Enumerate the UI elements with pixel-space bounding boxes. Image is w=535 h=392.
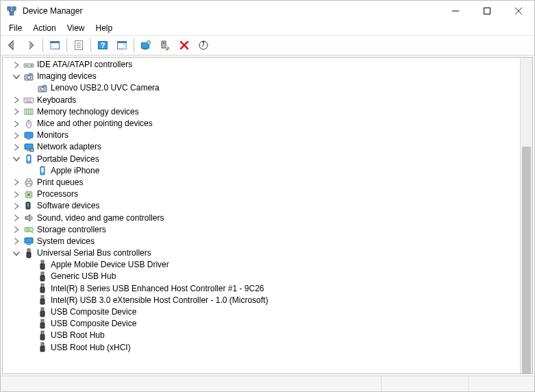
expand-icon[interactable]: [11, 130, 22, 141]
tree-row[interactable]: USB Composite Device: [3, 306, 520, 318]
collapse-icon[interactable]: [11, 71, 22, 82]
tree-label: Portable Devices: [37, 154, 99, 165]
tree-row[interactable]: System devices: [3, 236, 520, 247]
tree-label: Sound, video and game controllers: [37, 212, 164, 224]
network-icon: [23, 142, 34, 153]
usb-icon: [37, 271, 48, 282]
expand-icon[interactable]: [11, 236, 22, 247]
scrollbar-thumb[interactable]: [522, 147, 531, 374]
enable-device-button[interactable]: [156, 36, 174, 54]
tree-row[interactable]: Network adapters: [3, 141, 520, 153]
camera-icon: [23, 71, 34, 82]
tree-label: Monitors: [37, 130, 69, 141]
expand-icon[interactable]: [11, 177, 22, 188]
tree-label: IDE ATA/ATAPI controllers: [37, 59, 132, 71]
memory-icon: [23, 106, 34, 117]
help-button[interactable]: ?: [94, 36, 112, 54]
usb-icon: [37, 307, 48, 318]
collapse-icon[interactable]: [11, 154, 22, 164]
expand-icon[interactable]: [11, 212, 22, 223]
mouse-icon: [23, 119, 34, 130]
storage-icon: [23, 224, 34, 235]
tree-row[interactable]: Print queues: [3, 177, 520, 188]
tree-row[interactable]: Memory technology devices: [3, 106, 520, 118]
tree-row[interactable]: Mice and other pointing devices: [3, 118, 520, 130]
svg-rect-17: [143, 49, 147, 50]
menu-file[interactable]: File: [3, 23, 27, 34]
tree-row[interactable]: IDE ATA/ATAPI controllers: [3, 59, 520, 71]
expand-icon[interactable]: [11, 201, 22, 212]
tree-row[interactable]: Sound, video and game controllers: [3, 212, 520, 223]
tree-row[interactable]: Keyboards: [3, 95, 520, 106]
update-driver-button[interactable]: [137, 36, 155, 54]
twisty-spacer: [25, 165, 36, 176]
tree-row[interactable]: Lenovo USB2.0 UVC Camera: [3, 82, 520, 94]
expand-icon[interactable]: [11, 142, 22, 153]
software-icon: [23, 201, 34, 212]
svg-rect-15: [123, 43, 127, 49]
close-button[interactable]: [503, 1, 534, 21]
tree-row[interactable]: Processors: [3, 188, 520, 200]
tree-row[interactable]: Portable Devices: [3, 154, 520, 165]
expand-icon[interactable]: [11, 224, 22, 235]
usb-icon: [37, 295, 48, 306]
tree-label: Network adapters: [37, 141, 101, 153]
twisty-spacer: [25, 260, 36, 271]
back-button[interactable]: [3, 36, 21, 54]
tree-row[interactable]: Software devices: [3, 200, 520, 212]
tree-row[interactable]: Imaging devices: [3, 71, 520, 82]
expand-icon[interactable]: [11, 106, 22, 117]
printer-icon: [23, 177, 34, 188]
tree-row[interactable]: Monitors: [3, 130, 520, 141]
tree-label: Keyboards: [37, 95, 76, 106]
tree-row[interactable]: USB Root Hub: [3, 330, 520, 341]
tree-row[interactable]: USB Root Hub (xHCI): [3, 342, 520, 354]
tree-row[interactable]: Universal Serial Bus controllers: [3, 247, 520, 259]
window-title: Device Manager: [23, 6, 82, 16]
vertical-scrollbar[interactable]: [520, 58, 532, 373]
device-tree[interactable]: IDE ATA/ATAPI controllersImaging devices…: [3, 58, 520, 373]
maximize-button[interactable]: [471, 1, 503, 21]
expand-icon[interactable]: [11, 119, 22, 130]
collapse-icon[interactable]: [11, 248, 22, 259]
toolbar-separator: [66, 38, 67, 52]
tree-row[interactable]: Intel(R) USB 3.0 eXtensible Host Control…: [3, 295, 520, 306]
scan-hardware-button[interactable]: [195, 36, 212, 54]
expand-icon[interactable]: [11, 60, 22, 71]
expand-icon[interactable]: [11, 95, 22, 106]
client-area: IDE ATA/ATAPI controllersImaging devices…: [2, 57, 533, 374]
menu-help[interactable]: Help: [90, 23, 119, 34]
tree-label: Intel(R) 8 Series USB Enhanced Host Cont…: [51, 283, 264, 295]
tree-row[interactable]: Apple iPhone: [3, 165, 520, 177]
tree-row[interactable]: Apple Mobile Device USB Driver: [3, 259, 520, 271]
twisty-spacer: [25, 319, 36, 330]
uninstall-device-button[interactable]: [175, 36, 193, 54]
svg-rect-0: [8, 7, 11, 10]
tree-row[interactable]: USB Composite Device: [3, 318, 520, 330]
sound-icon: [23, 212, 34, 223]
camera-icon: [37, 83, 48, 94]
forward-button[interactable]: [22, 36, 40, 54]
toolbar: ?: [1, 36, 534, 56]
svg-rect-3: [484, 8, 490, 14]
show-hide-console-tree-button[interactable]: [46, 36, 64, 54]
usb-icon: [37, 319, 48, 330]
app-icon: [6, 5, 17, 16]
expand-icon[interactable]: [11, 189, 22, 200]
menu-action[interactable]: Action: [27, 23, 61, 34]
tree-label: Apple iPhone: [51, 165, 99, 177]
tree-row[interactable]: Storage controllers: [3, 224, 520, 236]
tree-label: Software devices: [37, 200, 99, 212]
svg-rect-14: [118, 42, 127, 44]
tree-label: Apple Mobile Device USB Driver: [51, 259, 169, 271]
menu-view[interactable]: View: [62, 23, 90, 34]
action-pane-button[interactable]: [113, 36, 131, 54]
twisty-spacer: [25, 330, 36, 341]
properties-button[interactable]: [70, 36, 88, 54]
tree-row[interactable]: Intel(R) 8 Series USB Enhanced Host Cont…: [3, 283, 520, 295]
twisty-spacer: [25, 342, 36, 353]
toolbar-separator: [134, 38, 134, 52]
svg-rect-5: [51, 42, 60, 44]
tree-row[interactable]: Generic USB Hub: [3, 271, 520, 282]
minimize-button[interactable]: [440, 1, 471, 21]
